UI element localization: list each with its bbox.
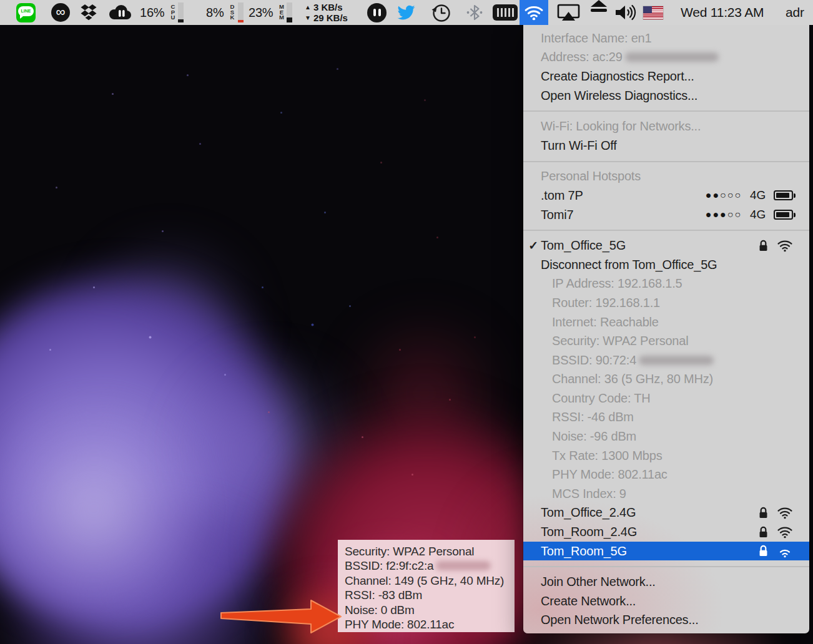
detail-noise: Noise: -96 dBm xyxy=(523,427,809,446)
detail-security: Security: WPA2 Personal xyxy=(523,331,809,351)
disk-usage[interactable]: 8% DSK xyxy=(206,0,244,25)
detail-channel: Channel: 36 (5 GHz, 80 MHz) xyxy=(523,370,809,389)
lock-icon xyxy=(758,544,769,558)
menu-header-personal-hotspots: Personal Hotspots xyxy=(523,167,809,187)
us-flag-icon xyxy=(643,6,663,19)
wifi-signal-icon xyxy=(777,239,793,252)
menu-item-network-tom-office-5g[interactable]: ✓ Tom_Office_5G xyxy=(523,236,809,255)
tooltip-channel: Channel: 149 (5 GHz, 40 MHz) xyxy=(345,573,515,588)
menu-item-network-tom-room-24g[interactable]: Tom_Room_2.4G xyxy=(523,522,809,542)
network-speed[interactable]: ▲ 3 KB/s ▼ 29 KB/s xyxy=(305,0,348,25)
upload-speed: 3 KB/s xyxy=(313,2,343,12)
bluetooth-icon[interactable] xyxy=(465,0,484,25)
redacted-bssid xyxy=(436,561,491,570)
menu-item-open-wireless-diagnostics[interactable]: Open Wireless Diagnostics... xyxy=(523,86,809,105)
detail-ip-address: IP Address: 192.168.1.5 xyxy=(523,275,809,294)
menu-item-create-network[interactable]: Create Network... xyxy=(523,592,809,611)
pause-circle-icon[interactable] xyxy=(367,0,387,25)
upload-arrow-icon: ▲ xyxy=(305,2,311,12)
airplay-icon[interactable] xyxy=(557,0,580,25)
carrier-label: 4G xyxy=(750,208,766,222)
tooltip-bssid: BSSID: f2:9f:c2:a xyxy=(345,559,515,573)
menu-separator xyxy=(523,105,809,117)
tooltip-security: Security: WPA2 Personal xyxy=(345,544,515,559)
disk-label: DSK xyxy=(229,4,236,21)
menu-item-address: Address: ac:29 xyxy=(523,48,809,67)
wifi-menu-bar-icon[interactable] xyxy=(520,0,548,25)
dropbox-icon[interactable] xyxy=(79,0,98,25)
redacted-mac-address xyxy=(625,52,719,62)
wifi-signal-icon xyxy=(777,525,793,539)
line-app-icon[interactable]: LINE xyxy=(16,0,36,25)
memory-percent: 23% xyxy=(249,6,273,20)
purple-powder-cloud xyxy=(0,268,306,630)
twitter-icon[interactable] xyxy=(396,0,416,25)
menu-item-hotspot-tomi7[interactable]: Tomi7 ●●●○○ 4G xyxy=(523,205,809,225)
menu-item-turn-wifi-off[interactable]: Turn Wi-Fi Off xyxy=(523,136,809,155)
redacted-bssid xyxy=(639,356,714,365)
menu-item-join-other-network[interactable]: Join Other Network... xyxy=(523,572,809,592)
menu-item-network-tom-office-24g[interactable]: Tom_Office_2.4G xyxy=(523,504,809,523)
detail-rssi: RSSI: -46 dBm xyxy=(523,408,809,427)
cpu-gauge xyxy=(178,2,184,22)
menu-item-open-network-preferences[interactable]: Open Network Preferences... xyxy=(523,611,809,630)
cloud-pause-icon[interactable] xyxy=(106,0,132,25)
detail-internet: Internet: Reachable xyxy=(523,313,809,332)
wifi-signal-icon xyxy=(777,506,793,519)
tooltip-rssi: RSSI: -83 dBm xyxy=(345,588,515,602)
memory-label: MEM xyxy=(278,4,285,21)
detail-country-code: Country Code: TH xyxy=(523,389,809,408)
detail-router: Router: 192.168.1.1 xyxy=(523,293,809,313)
detail-bssid: BSSID: 90:72:4 xyxy=(523,351,809,370)
menu-item-hotspot-tom-7p[interactable]: .tom 7P ●●○○○ 4G xyxy=(523,186,809,205)
memory-gauge xyxy=(287,2,292,22)
wifi-dropdown-menu: Interface Name: en1 Address: ac:29 Creat… xyxy=(523,25,809,633)
battery-icon xyxy=(774,190,793,200)
download-speed: 29 KB/s xyxy=(313,13,348,23)
signal-strength-dots: ●●○○○ xyxy=(706,190,742,201)
tooltip-phy-mode: PHY Mode: 802.11ac xyxy=(345,617,515,632)
menu-bar-username[interactable]: adr xyxy=(786,0,804,25)
lock-icon xyxy=(758,525,769,539)
wifi-signal-weak-icon xyxy=(777,545,793,558)
menu-item-network-tom-room-5g[interactable]: Tom_Room_5G xyxy=(523,542,809,561)
cpu-usage[interactable]: 16% CPU xyxy=(140,0,184,25)
menu-item-wifi-status: Wi-Fi: Looking for Networks... xyxy=(523,117,809,136)
eject-icon[interactable] xyxy=(591,0,607,25)
menu-item-interface-name: Interface Name: en1 xyxy=(523,29,809,48)
disk-percent: 8% xyxy=(206,6,224,20)
menu-item-disconnect[interactable]: Disconnect from Tom_Office_5G xyxy=(523,255,809,275)
checkmark-icon: ✓ xyxy=(527,238,540,253)
disk-gauge xyxy=(238,2,244,22)
menu-bar: LINE ∞ 16% CPU 8% DSK 2 xyxy=(0,0,813,25)
input-language-flag[interactable] xyxy=(643,0,663,25)
time-machine-icon[interactable] xyxy=(430,0,452,25)
lock-icon xyxy=(758,239,769,253)
memory-usage[interactable]: 23% MEM xyxy=(249,0,292,25)
red-powder-wisp xyxy=(337,312,512,474)
volume-icon[interactable] xyxy=(614,0,638,25)
red-annotation-arrow xyxy=(212,593,347,643)
cpu-percent: 16% xyxy=(140,6,164,20)
battery-icon xyxy=(774,210,793,220)
menu-separator xyxy=(523,155,809,167)
menu-item-create-diagnostics-report[interactable]: Create Diagnostics Report... xyxy=(523,67,809,86)
lock-icon xyxy=(758,506,769,520)
creative-cloud-icon[interactable]: ∞ xyxy=(51,0,70,25)
detail-phy-mode: PHY Mode: 802.11ac xyxy=(523,465,809,484)
menu-bar-clock[interactable]: Wed 11:23 AM xyxy=(681,0,764,25)
purple-powder-wisp xyxy=(69,237,269,412)
network-info-tooltip: Security: WPA2 Personal BSSID: f2:9f:c2:… xyxy=(338,540,515,632)
menu-separator xyxy=(523,560,809,572)
keystroke-bars-icon[interactable] xyxy=(493,0,518,25)
tooltip-noise: Noise: 0 dBm xyxy=(345,603,515,617)
carrier-label: 4G xyxy=(750,188,766,202)
cpu-label: CPU xyxy=(169,4,176,21)
detail-tx-rate: Tx Rate: 1300 Mbps xyxy=(523,446,809,466)
detail-mcs-index: MCS Index: 9 xyxy=(523,484,809,504)
lavender-powder-highlight xyxy=(0,399,219,618)
menu-separator xyxy=(523,224,809,236)
download-arrow-icon: ▼ xyxy=(305,13,311,23)
signal-strength-dots: ●●●○○ xyxy=(706,209,742,220)
purple-powder-right xyxy=(169,349,368,549)
